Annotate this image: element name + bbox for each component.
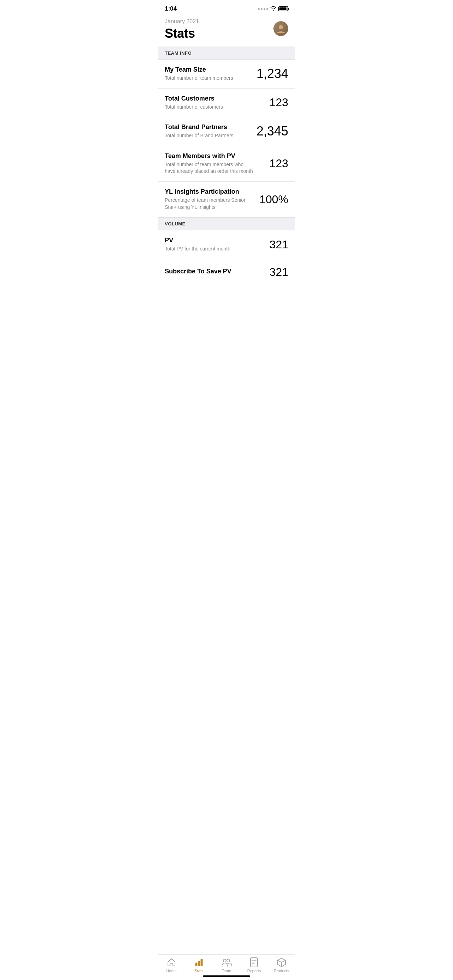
stat-desc: Total number of team members xyxy=(165,75,251,82)
stat-left: Subscribe To Save PV xyxy=(165,268,260,277)
stat-value: 123 xyxy=(260,96,288,109)
header-date: January 2021 xyxy=(165,18,199,25)
stat-label: Team Members with PV xyxy=(165,153,254,160)
header-left: January 2021 Stats xyxy=(165,18,199,41)
stat-label: Total Brand Partners xyxy=(165,124,251,131)
stat-label: YL Insights Participation xyxy=(165,188,254,196)
section-header-team-info: TEAM INFO xyxy=(158,46,295,60)
stat-value: 1,234 xyxy=(256,66,288,81)
stat-value: 321 xyxy=(260,238,288,251)
stat-value: 100% xyxy=(259,193,288,206)
stat-label: My Team Size xyxy=(165,66,251,73)
page-title: Stats xyxy=(165,26,199,41)
avatar[interactable] xyxy=(273,21,288,36)
stat-left: PV Total PV for the current month xyxy=(165,237,260,253)
stat-value: 123 xyxy=(260,157,288,170)
signal-icon xyxy=(258,8,268,10)
section-header-volume: VOLUME xyxy=(158,217,295,231)
stat-left: Total Customers Total number of customer… xyxy=(165,95,260,111)
stat-row-total-customers: Total Customers Total number of customer… xyxy=(158,89,295,118)
stat-left: Total Brand Partners Total number of Bra… xyxy=(165,124,256,139)
stat-desc: Total number of customers xyxy=(165,104,254,111)
stat-desc: Total number of team members who have al… xyxy=(165,161,254,175)
stat-label: Total Customers xyxy=(165,95,254,102)
stat-value: 321 xyxy=(260,266,288,279)
stat-desc: Percentage of team members Senior Star+ … xyxy=(165,197,254,211)
stat-left: Team Members with PV Total number of tea… xyxy=(165,153,260,175)
stat-row-team-pv: Team Members with PV Total number of tea… xyxy=(158,146,295,182)
stat-value: 2,345 xyxy=(256,124,288,138)
stat-row-yl-insights: YL Insights Participation Percentage of … xyxy=(158,182,295,217)
stat-row-brand-partners: Total Brand Partners Total number of Bra… xyxy=(158,117,295,146)
stat-left: My Team Size Total number of team member… xyxy=(165,66,256,82)
status-icons xyxy=(258,6,288,12)
stat-label: Subscribe To Save PV xyxy=(165,268,254,275)
stat-desc: Total PV for the current month xyxy=(165,245,254,253)
status-time: 1:04 xyxy=(165,5,177,12)
status-bar: 1:04 xyxy=(158,0,295,16)
svg-point-0 xyxy=(279,25,283,29)
stat-row-subscribe-pv: Subscribe To Save PV 321 xyxy=(158,259,295,285)
stat-label: PV xyxy=(165,237,254,244)
stat-desc: Total number of Brand Partners xyxy=(165,132,251,139)
avatar-image xyxy=(273,21,288,36)
stat-row-team-size: My Team Size Total number of team member… xyxy=(158,60,295,89)
stat-row-pv: PV Total PV for the current month 321 xyxy=(158,231,295,259)
wifi-icon xyxy=(270,6,276,12)
battery-icon xyxy=(278,6,288,11)
page-header: January 2021 Stats xyxy=(158,16,295,46)
stat-left: YL Insights Participation Percentage of … xyxy=(165,188,259,211)
main-content: TEAM INFO My Team Size Total number of t… xyxy=(158,46,295,317)
